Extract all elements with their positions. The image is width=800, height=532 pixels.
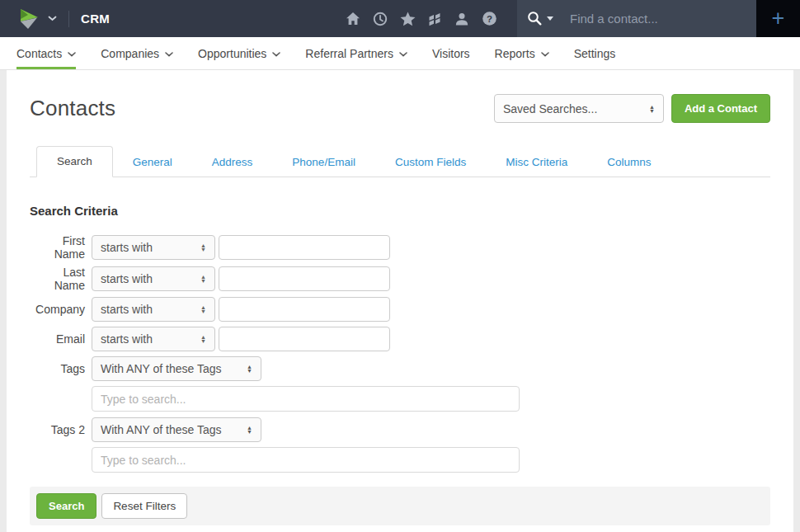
nav-item-contacts[interactable]: Contacts <box>16 37 76 69</box>
add-contact-button[interactable]: Add a Contact <box>671 94 770 123</box>
last-name-operator-select[interactable]: starts with ▲▼ <box>92 266 215 291</box>
nav-item-opportunities[interactable]: Opportunities <box>198 37 280 69</box>
search-scope-button[interactable] <box>527 11 553 26</box>
pipelines-icon[interactable] <box>426 11 443 27</box>
tags2-mode-value: With ANY of these Tags <box>101 423 237 436</box>
main-nav: Contacts Companies Opportunities Referra… <box>0 37 800 70</box>
topbar: CRM <box>0 0 800 37</box>
form-row-first-name: First Name starts with ▲▼ <box>30 234 770 261</box>
tags-mode-select[interactable]: With ANY of these Tags ▲▼ <box>92 356 261 381</box>
page-title: Contacts <box>30 96 115 121</box>
field-label: Company <box>30 303 85 316</box>
select-arrows-icon: ▲▼ <box>200 305 206 313</box>
form-row-email: Email starts with ▲▼ <box>30 327 770 351</box>
nav-item-reports[interactable]: Reports <box>495 37 549 69</box>
tab-custom-fields[interactable]: Custom Fields <box>375 148 486 177</box>
email-input[interactable] <box>219 327 390 351</box>
select-arrows-icon: ▲▼ <box>200 335 206 343</box>
app-logo-menu[interactable] <box>0 0 57 37</box>
field-label: Email <box>30 332 85 346</box>
topbar-divider <box>68 11 69 27</box>
select-arrows-icon: ▲▼ <box>247 426 252 434</box>
tab-columns[interactable]: Columns <box>587 148 671 177</box>
svg-text:?: ? <box>486 14 492 24</box>
select-arrows-icon: ▲▼ <box>200 243 206 252</box>
form-actions-bar: Search Reset Filters <box>30 487 770 525</box>
first-name-operator-select[interactable]: starts with ▲▼ <box>92 235 215 260</box>
help-icon[interactable]: ? <box>481 11 497 27</box>
nav-item-settings[interactable]: Settings <box>574 37 616 69</box>
saved-searches-value: Saved Searches... <box>503 102 639 115</box>
app-window: CRM <box>0 0 800 532</box>
chevron-down-icon <box>272 52 280 57</box>
brand-title: CRM <box>81 12 110 26</box>
form-row-tags2: Tags 2 With ANY of these Tags ▲▼ <box>30 417 770 442</box>
tags2-search-row <box>92 447 770 473</box>
chevron-down-icon <box>399 52 407 57</box>
tags2-mode-select[interactable]: With ANY of these Tags ▲▼ <box>92 417 261 442</box>
form-row-last-name: Last Name starts with ▲▼ <box>30 266 770 292</box>
form-row-tags: Tags With ANY of these Tags ▲▼ <box>30 356 770 381</box>
app-logo-icon <box>18 7 40 31</box>
first-name-input[interactable] <box>219 235 390 260</box>
user-icon[interactable] <box>454 11 470 27</box>
topbar-icon-group: ? <box>345 0 517 37</box>
search-caret-icon <box>547 16 553 21</box>
nav-label: Reports <box>495 47 535 60</box>
history-icon[interactable] <box>372 11 388 27</box>
section-heading: Search Criteria <box>30 204 770 218</box>
nav-label: Contacts <box>16 47 62 60</box>
tags-mode-value: With ANY of these Tags <box>101 362 237 375</box>
field-label: Last Name <box>30 266 85 292</box>
criteria-tabs: Search General Address Phone/Email Custo… <box>30 145 770 177</box>
field-label: First Name <box>30 234 85 261</box>
saved-searches-select[interactable]: Saved Searches... ▲▼ <box>494 94 664 123</box>
email-operator-select[interactable]: starts with ▲▼ <box>92 327 215 351</box>
tags-search-input[interactable] <box>92 386 520 412</box>
form-row-company: Company starts with ▲▼ <box>30 297 770 322</box>
operator-value: starts with <box>101 303 191 316</box>
field-label: Tags <box>30 362 85 375</box>
plus-icon: + <box>772 7 785 30</box>
find-contact-input[interactable] <box>570 12 746 26</box>
operator-value: starts with <box>101 272 191 285</box>
search-icon <box>527 11 543 26</box>
operator-value: starts with <box>101 241 191 254</box>
operator-value: starts with <box>101 332 191 346</box>
field-label: Tags 2 <box>30 423 85 436</box>
tab-misc-criteria[interactable]: Misc Criteria <box>486 148 587 177</box>
chevron-down-icon <box>68 52 76 57</box>
favorites-icon[interactable] <box>399 11 416 27</box>
nav-label: Settings <box>574 47 616 60</box>
chevron-down-icon <box>48 16 57 21</box>
nav-label: Companies <box>101 47 159 60</box>
reset-filters-button[interactable]: Reset Filters <box>101 493 187 519</box>
chevron-down-icon <box>165 52 173 57</box>
tab-phone-email[interactable]: Phone/Email <box>272 148 375 177</box>
select-arrows-icon: ▲▼ <box>200 275 206 283</box>
content-card: Contacts Saved Searches... ▲▼ Add a Cont… <box>7 70 793 532</box>
search-button[interactable]: Search <box>36 493 96 519</box>
company-operator-select[interactable]: starts with ▲▼ <box>92 297 215 322</box>
last-name-input[interactable] <box>219 266 390 291</box>
tags-search-row <box>92 386 770 412</box>
nav-label: Opportunities <box>198 47 266 60</box>
chevron-down-icon <box>541 52 549 57</box>
search-criteria-form: First Name starts with ▲▼ Last Name star… <box>30 234 770 473</box>
tab-address[interactable]: Address <box>192 148 273 177</box>
select-arrows-icon: ▲▼ <box>649 105 655 113</box>
company-input[interactable] <box>219 297 390 322</box>
nav-item-referral-partners[interactable]: Referral Partners <box>305 37 407 69</box>
tags2-search-input[interactable] <box>92 447 520 473</box>
tab-general[interactable]: General <box>113 148 192 177</box>
nav-label: Referral Partners <box>305 47 393 60</box>
nav-item-companies[interactable]: Companies <box>101 37 173 69</box>
nav-item-visitors[interactable]: Visitors <box>432 37 470 69</box>
tab-search[interactable]: Search <box>36 146 113 177</box>
quick-add-button[interactable]: + <box>756 0 800 37</box>
nav-label: Visitors <box>432 47 470 60</box>
contact-search-panel <box>517 0 756 37</box>
home-icon[interactable] <box>345 11 361 27</box>
select-arrows-icon: ▲▼ <box>247 365 252 373</box>
